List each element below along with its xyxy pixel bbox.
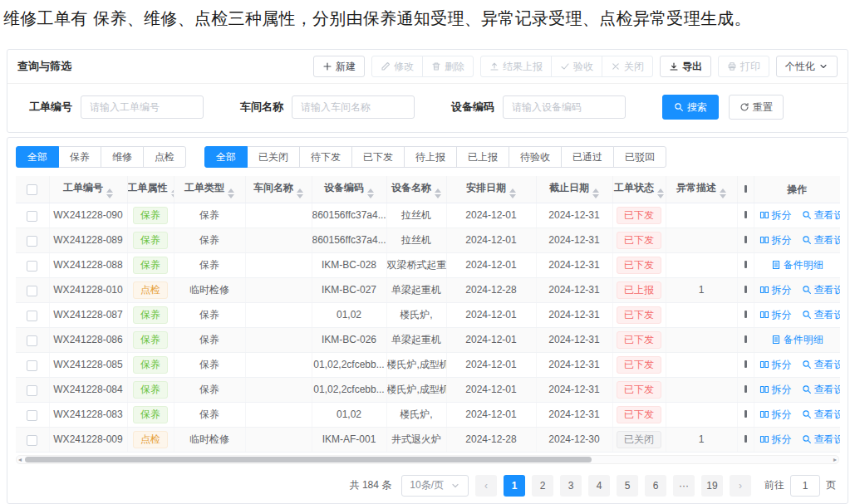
view-device-action[interactable]: 查看设备 [802,308,841,322]
sort-icon[interactable] [657,188,664,198]
tab-attribute-0[interactable]: 全部 [16,146,59,168]
edit-button[interactable]: 修改 [371,56,423,77]
page-button-3[interactable]: 3 [560,475,582,497]
tab-status-5[interactable]: 已上报 [456,146,509,168]
split-action[interactable]: 拆分 [759,208,792,223]
tab-status-6[interactable]: 待验收 [509,146,562,168]
export-button[interactable]: 导出 [660,56,711,77]
row-checkbox[interactable] [27,435,37,446]
new-button[interactable]: 新建 [313,56,365,77]
col-workshop: 车间名称 [245,176,312,203]
view-device-action[interactable]: 查看设备 [802,233,841,247]
tab-status-8[interactable]: 已驳回 [613,146,666,168]
col-actions: 操作 [754,176,840,203]
page-button-6[interactable]: 6 [645,475,666,497]
order-no-input[interactable] [81,95,204,119]
cell-attr: 保养 [127,302,174,327]
cell-type: 临时检修 [174,427,245,452]
split-action[interactable]: 拆分 [759,233,792,247]
spare-detail-action[interactable]: 备件明细 [771,333,823,347]
view-device-action[interactable]: 查看设备 [802,383,841,397]
tab-status-4[interactable]: 待上报 [404,146,457,168]
select-all-checkbox[interactable] [27,184,37,195]
page-button-1[interactable]: 1 [504,475,525,497]
result-report-button[interactable]: 结果上报 [480,56,552,77]
cell-type: 保养 [174,402,245,427]
split-action[interactable]: 拆分 [759,358,792,372]
split-action[interactable]: 拆分 [759,383,792,397]
tab-status-0[interactable]: 全部 [204,146,248,168]
next-page-button[interactable]: › [730,475,751,497]
delete-button[interactable]: 删除 [422,56,474,77]
row-checkbox[interactable] [27,311,37,321]
status-badge: 已下发 [617,381,661,399]
prev-page-button[interactable]: ‹ [475,475,497,497]
tab-status-7[interactable]: 已通过 [561,146,614,168]
row-checkbox[interactable] [27,236,37,247]
page-size-value: 10条/页 [410,478,444,492]
table-header-row: 工单编号工单属性工单类型车间名称设备编码设备名称安排日期截止日期工单状态异常描述… [16,176,840,203]
sort-icon[interactable] [106,188,113,198]
search-icon [802,235,812,245]
scroll-right-arrow-icon[interactable]: ▸ [833,456,837,463]
workshop-name-input[interactable] [292,95,415,119]
page-button-4[interactable]: 4 [588,475,610,497]
page-button-5[interactable]: 5 [617,475,638,497]
split-icon [759,235,769,245]
row-checkbox[interactable] [27,286,37,296]
jump-page-input[interactable] [790,475,820,497]
split-action[interactable]: 拆分 [759,408,792,422]
status-badge: 已下发 [617,207,661,224]
row-checkbox[interactable] [27,360,37,371]
sort-icon[interactable] [435,188,441,198]
sort-icon[interactable] [509,188,516,198]
row-checkbox[interactable] [27,211,37,222]
personalize-button[interactable]: 个性化 [776,56,838,77]
tab-status-2[interactable]: 待下发 [299,146,352,168]
page-button-19[interactable]: 19 [701,475,723,497]
tab-attribute-2[interactable]: 维修 [101,146,144,168]
sort-icon[interactable] [171,188,174,198]
view-device-action[interactable]: 查看设备 [802,433,841,447]
view-device-action[interactable]: 查看设备 [802,283,841,297]
tab-attribute-3[interactable]: 点检 [143,146,186,168]
print-button[interactable]: 打印 [718,56,769,77]
row-checkbox[interactable] [27,261,37,272]
view-device-action[interactable]: 查看设备 [802,208,841,223]
page-button-2[interactable]: 2 [532,475,553,497]
split-action[interactable]: 拆分 [759,283,792,297]
row-checkbox[interactable] [27,410,37,421]
sort-icon[interactable] [592,188,599,198]
view-device-action[interactable]: 查看设备 [802,358,841,372]
row-checkbox[interactable] [27,335,37,346]
cell-order-no: WX241228-089 [49,228,127,252]
page-size-select[interactable]: 10条/页 [401,475,469,497]
reset-button[interactable]: 重置 [729,95,784,120]
accept-button[interactable]: 验收 [551,56,602,77]
page-ellipsis[interactable]: ··· [673,475,695,497]
split-action[interactable]: 拆分 [759,433,792,447]
tab-status-3[interactable]: 已下发 [351,146,405,168]
tab-status-1[interactable]: 已关闭 [247,146,300,168]
sort-icon[interactable] [297,188,303,198]
close-button[interactable]: 关闭 [602,56,653,77]
cell-actions: 拆分查看设备 [754,402,840,427]
horizontal-scrollbar[interactable]: ◂ ▸ [16,455,839,464]
scroll-left-arrow-icon[interactable]: ◂ [18,456,22,463]
search-button[interactable]: 搜索 [662,95,719,120]
sort-icon[interactable] [228,188,234,198]
spare-detail-action[interactable]: 备件明细 [771,258,823,272]
sort-icon[interactable] [720,188,726,198]
cell-order-no: WX241228-084 [49,377,127,402]
sort-icon[interactable] [367,188,374,198]
split-action[interactable]: 拆分 [759,308,792,322]
split-icon [759,434,769,444]
device-code-input[interactable] [503,95,626,119]
view-device-action[interactable]: 查看设备 [802,408,841,422]
refresh-icon [740,102,749,112]
scrollbar-thumb[interactable] [25,457,592,462]
cell-status: 已关闭 [612,427,666,452]
tab-attribute-1[interactable]: 保养 [58,146,101,168]
row-checkbox[interactable] [27,385,37,396]
cell-actions: 拆分查看设备 [754,203,840,228]
